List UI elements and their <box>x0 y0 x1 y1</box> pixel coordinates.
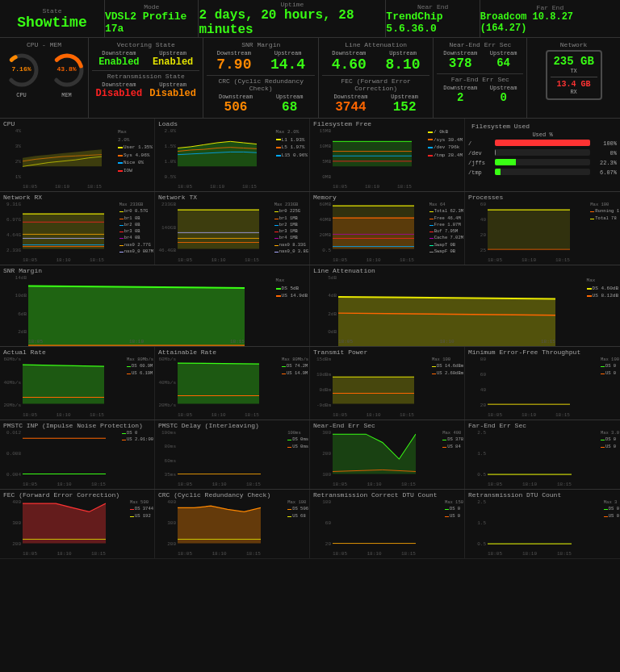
svg-marker-4 <box>23 149 102 166</box>
farend-err-sec-chart: Far-End Err Sec Max 3.0 DS 0 US 0 18:051… <box>465 420 620 489</box>
pmstc-inp-svg <box>23 430 106 476</box>
farend-err-sec-ds: Downstream 2 <box>443 85 477 104</box>
charts-row-2: Network RX Max 233GB br0 0.57G br1 0B br… <box>0 192 620 265</box>
snr-values-row: Downstream 7.90 Upstream 14.4 <box>207 50 314 73</box>
attainable-rate-svg <box>178 357 259 406</box>
cpu-yaxis: 4%3%2%1% <box>0 128 23 180</box>
retrans-ds-label: Downstream <box>96 81 143 88</box>
fec-values-row: Downstream 3744 Upstream 152 <box>322 94 429 115</box>
retrans-ds-value: Disabled <box>96 88 143 99</box>
line-att-chart: Line Attenuation Max DS 4.60dB US 8.12dB… <box>310 265 620 346</box>
net-rx-legend: Max 233GB br0 0.57G br1 0B br2 0B br3 0B… <box>119 202 153 255</box>
vec-ds-value: Enabled <box>98 56 139 68</box>
near-end-panel: Near-End Err Sec Downstream 378 Upstream… <box>434 38 527 118</box>
loads-yaxis: 2.0%1.5%1.0%0.5% <box>155 128 178 180</box>
mode-label: Mode <box>144 3 159 10</box>
filesystem-free-chart: Filesystem Free / 0kB /sys 30.4M /dev 79… <box>310 119 465 191</box>
retrans-upstream: Upstream Disabled <box>149 81 196 99</box>
memory-legend: Max 64 Total 62.3M Free 46.4M Free 1.07M… <box>429 202 463 255</box>
svg-marker-16 <box>333 377 414 403</box>
retrans-correct-dtu-chart: Retransmission Correct DTU Count Max 150… <box>310 490 465 558</box>
min-error-free-legend: Max 100 DS 0 US 0 <box>601 357 619 377</box>
mem-pct-text: 43.8% <box>57 66 76 74</box>
line-att-downstream: Downstream 4.60 <box>332 50 367 73</box>
processes-chart: Processes Max 100 Running 1 Total 78 18:… <box>465 192 620 265</box>
svg-marker-11 <box>488 210 570 249</box>
nearend-section: Near End TrendChip 5.6.36.0 <box>386 0 480 37</box>
crc-ds-value: 506 <box>219 100 253 115</box>
svg-marker-20 <box>178 506 261 543</box>
cpu-gauge: 7.16% CPU <box>2 50 42 98</box>
snr-margin-chart: SNR Margin Max DS 5dB US 14.9dB 18:0518:… <box>0 265 310 346</box>
farend-label: Far End <box>537 4 564 11</box>
fec-chart-title: FEC (Forward Error Correction) <box>0 490 123 500</box>
charts-row-3: SNR Margin Max DS 5dB US 14.9dB 18:0518:… <box>0 265 620 347</box>
loads-chart: Loads Max 2.0% L1 1.93% L5 1.97% L15 0.9… <box>155 119 310 191</box>
actual-rate-title: Actual Rate <box>0 347 49 357</box>
snr-us-value: 14.4 <box>270 56 305 73</box>
transmit-power-svg <box>333 357 414 406</box>
nearend-err-title: Near-End Err Sec <box>437 41 523 48</box>
retrans-dtu-count-chart: Retransmission DTU Count Max 3 DS 0 US 0… <box>465 490 620 558</box>
charts-row-5: PMSTC INP (Impulse Noise Protection) DS … <box>0 420 620 490</box>
net-tx-legend: Max 233GB br0 225G br1 1MB br2 1MB br3 1… <box>274 202 308 255</box>
line-att-ds-label: Downstream <box>332 50 367 56</box>
retrans-us-label: Upstream <box>149 81 196 88</box>
fs-free-legend: / 0kB /sys 30.4M /dev 796k /tmp 28.4M <box>428 128 463 159</box>
net-tx-svg <box>178 202 259 251</box>
fec-chart: FEC (Forward Error Correction) Max 500 D… <box>0 490 155 558</box>
attainable-rate-chart: Attainable Rate Max 80Mb/s DS 74.2M US 1… <box>155 347 310 419</box>
crc-upstream: Upstream 68 <box>276 94 304 115</box>
svg-marker-14 <box>23 365 104 403</box>
farend-err-sec-svg <box>488 430 572 476</box>
crc-svg <box>178 499 261 545</box>
processes-svg <box>488 202 570 251</box>
vectoring-row: Downstream Enabled Upstream Enabled <box>92 50 199 68</box>
memory-chart: Memory Max 64 Total 62.3M Free 46.4M Fre… <box>310 192 465 265</box>
fs-free-title: Filesystem Free <box>310 119 375 129</box>
network-tx-chart: Network TX Max 233GB br0 225G br1 1MB br… <box>155 192 310 265</box>
cpu-gauge-circle: 7.16% <box>2 50 42 90</box>
vec-us-value: Enabled <box>153 56 193 68</box>
net-tx-title: Network TX <box>155 192 200 202</box>
actual-rate-svg <box>23 357 104 406</box>
line-att-legend: Max DS 4.60dB US 8.12dB <box>587 277 618 300</box>
snr-upstream: Upstream 14.4 <box>270 50 305 73</box>
filesystem-used: Filesystem Used Used % / 100% /dev <box>465 119 620 191</box>
charts-row-6: FEC (Forward Error Correction) Max 500 D… <box>0 490 620 559</box>
fs-row-tmp: /tmp 6.07% <box>468 169 617 177</box>
state-label: State <box>42 7 61 15</box>
cpu-pct-text: 7.16% <box>11 66 31 74</box>
farend-err-sec-title: Far-End Err Sec <box>437 76 523 83</box>
network-rx-value: 13.4 GB <box>557 80 591 89</box>
snr-margin-svg <box>28 275 245 346</box>
snr-panel: SNR Margin Downstream 7.90 Upstream 14.4… <box>203 38 318 118</box>
memory-title: Memory <box>310 192 340 202</box>
fs-used-subtitle: Used % <box>468 131 617 138</box>
cpu-chart: CPU Max 2.0% User 1.35% Sys 4.06% Nice 0… <box>0 119 155 191</box>
min-error-free-svg <box>488 357 570 406</box>
processes-title: Processes <box>465 192 506 202</box>
crc-ds-label: Downstream <box>219 94 253 100</box>
nearend-err-downstream: Downstream 378 <box>443 50 477 71</box>
crc-chart-title: CRC (Cyclic Redundancy Check) <box>155 490 274 500</box>
transmit-power-legend: Max 100 DS 14.6dBm US 2.60dBm <box>432 357 463 377</box>
retrans-correct-dtu-svg <box>333 499 416 545</box>
vectoring-downstream: Downstream Enabled <box>98 50 139 68</box>
retrans-downstream: Downstream Disabled <box>96 81 143 99</box>
attainable-rate-legend: Max 80Mb/s DS 74.2M US 14.9M <box>282 357 308 377</box>
retrans-us-value: Disabled <box>149 88 196 99</box>
actual-rate-legend: Max 80Mb/s DS 60.9M US 6.19M <box>127 357 153 377</box>
mode-section: Mode VDSL2 Profile 17a <box>105 0 199 37</box>
crc-downstream: Downstream 506 <box>219 94 253 115</box>
line-att-values-row: Downstream 4.60 Upstream 8.10 <box>322 50 429 73</box>
snr-ds-value: 7.90 <box>216 56 251 73</box>
svg-marker-18 <box>333 434 416 474</box>
uptime-section: Uptime 2 days, 20 hours, 28 minutes <box>199 0 386 37</box>
line-att-us-label: Upstream <box>385 50 420 56</box>
farend-section: Far End Broadcom 10.8.27 (164.27) <box>480 0 620 37</box>
fs-free-xaxis: 18:0518:1018:15 <box>333 184 412 190</box>
fs-row-jffs: /jffs 22.3% <box>468 159 617 167</box>
vec-us-label: Upstream <box>153 50 193 56</box>
mem-gauge: 43.8% MEM <box>47 50 87 98</box>
